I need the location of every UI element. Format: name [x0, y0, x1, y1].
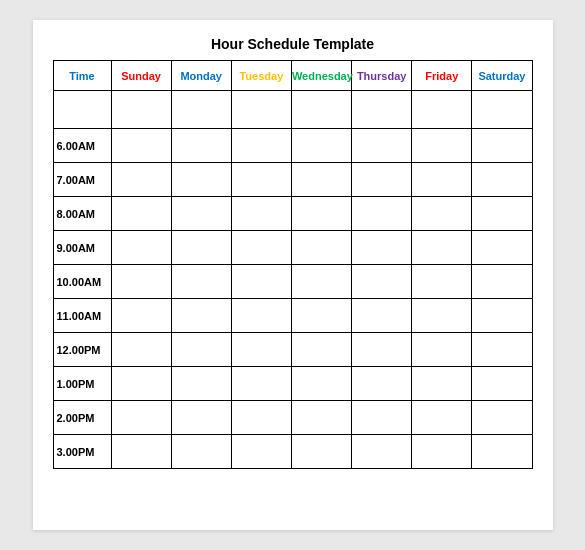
day-cell[interactable]: [231, 367, 291, 401]
page-title: Hour Schedule Template: [53, 36, 533, 52]
header-sunday: Sunday: [111, 61, 171, 91]
day-cell[interactable]: [171, 333, 231, 367]
table-row: 3.00PM: [53, 435, 532, 469]
day-cell[interactable]: [111, 435, 171, 469]
day-cell[interactable]: [111, 197, 171, 231]
day-cell[interactable]: [412, 299, 472, 333]
day-cell[interactable]: [111, 367, 171, 401]
day-cell[interactable]: [111, 163, 171, 197]
time-cell: 10.00AM: [53, 265, 111, 299]
day-cell[interactable]: [472, 435, 532, 469]
day-cell[interactable]: [412, 367, 472, 401]
day-cell[interactable]: [231, 231, 291, 265]
day-cell[interactable]: [472, 197, 532, 231]
day-cell[interactable]: [472, 299, 532, 333]
day-cell[interactable]: [231, 435, 291, 469]
day-cell[interactable]: [171, 401, 231, 435]
day-cell[interactable]: [111, 333, 171, 367]
day-cell[interactable]: [412, 163, 472, 197]
day-cell[interactable]: [352, 333, 412, 367]
header-friday: Friday: [412, 61, 472, 91]
day-cell[interactable]: [111, 299, 171, 333]
day-cell[interactable]: [291, 333, 351, 367]
day-cell[interactable]: [472, 129, 532, 163]
day-cell[interactable]: [231, 129, 291, 163]
time-cell: 7.00AM: [53, 163, 111, 197]
day-cell[interactable]: [412, 91, 472, 129]
day-cell[interactable]: [291, 129, 351, 163]
day-cell[interactable]: [291, 401, 351, 435]
day-cell[interactable]: [352, 435, 412, 469]
day-cell[interactable]: [111, 231, 171, 265]
table-row: 1.00PM: [53, 367, 532, 401]
day-cell[interactable]: [472, 367, 532, 401]
schedule-table: Time Sunday Monday Tuesday Wednesday Thu…: [53, 60, 533, 469]
day-cell[interactable]: [412, 197, 472, 231]
day-cell[interactable]: [412, 401, 472, 435]
day-cell[interactable]: [291, 367, 351, 401]
day-cell[interactable]: [171, 129, 231, 163]
table-row: 9.00AM: [53, 231, 532, 265]
table-row: 2.00PM: [53, 401, 532, 435]
day-cell[interactable]: [352, 299, 412, 333]
header-row: Time Sunday Monday Tuesday Wednesday Thu…: [53, 61, 532, 91]
day-cell[interactable]: [231, 401, 291, 435]
day-cell[interactable]: [352, 401, 412, 435]
day-cell[interactable]: [412, 265, 472, 299]
day-cell[interactable]: [111, 129, 171, 163]
day-cell[interactable]: [171, 91, 231, 129]
time-cell: 6.00AM: [53, 129, 111, 163]
table-row: 12.00PM: [53, 333, 532, 367]
day-cell[interactable]: [352, 163, 412, 197]
table-row: 11.00AM: [53, 299, 532, 333]
day-cell[interactable]: [352, 231, 412, 265]
day-cell[interactable]: [472, 401, 532, 435]
day-cell[interactable]: [171, 299, 231, 333]
day-cell[interactable]: [412, 129, 472, 163]
day-cell[interactable]: [171, 163, 231, 197]
time-cell: 2.00PM: [53, 401, 111, 435]
header-tuesday: Tuesday: [231, 61, 291, 91]
day-cell[interactable]: [472, 333, 532, 367]
header-thursday: Thursday: [352, 61, 412, 91]
day-cell[interactable]: [291, 265, 351, 299]
day-cell[interactable]: [412, 435, 472, 469]
day-cell[interactable]: [472, 91, 532, 129]
day-cell[interactable]: [412, 333, 472, 367]
day-cell[interactable]: [291, 299, 351, 333]
table-row: 7.00AM: [53, 163, 532, 197]
day-cell[interactable]: [171, 231, 231, 265]
day-cell[interactable]: [291, 91, 351, 129]
day-cell[interactable]: [231, 163, 291, 197]
day-cell[interactable]: [352, 129, 412, 163]
day-cell[interactable]: [352, 367, 412, 401]
day-cell[interactable]: [231, 265, 291, 299]
day-cell[interactable]: [231, 91, 291, 129]
day-cell[interactable]: [171, 367, 231, 401]
day-cell[interactable]: [472, 163, 532, 197]
table-row: 10.00AM: [53, 265, 532, 299]
day-cell[interactable]: [111, 265, 171, 299]
day-cell[interactable]: [111, 401, 171, 435]
day-cell[interactable]: [352, 91, 412, 129]
day-cell[interactable]: [352, 265, 412, 299]
header-time: Time: [53, 61, 111, 91]
day-cell[interactable]: [171, 197, 231, 231]
day-cell[interactable]: [291, 163, 351, 197]
day-cell[interactable]: [111, 91, 171, 129]
time-cell: 3.00PM: [53, 435, 111, 469]
day-cell[interactable]: [231, 197, 291, 231]
day-cell[interactable]: [231, 333, 291, 367]
day-cell[interactable]: [352, 197, 412, 231]
day-cell[interactable]: [472, 231, 532, 265]
table-row: [53, 91, 532, 129]
day-cell[interactable]: [291, 197, 351, 231]
day-cell[interactable]: [291, 435, 351, 469]
day-cell[interactable]: [171, 435, 231, 469]
day-cell[interactable]: [171, 265, 231, 299]
day-cell[interactable]: [472, 265, 532, 299]
day-cell[interactable]: [412, 231, 472, 265]
day-cell[interactable]: [231, 299, 291, 333]
table-row: 6.00AM: [53, 129, 532, 163]
day-cell[interactable]: [291, 231, 351, 265]
